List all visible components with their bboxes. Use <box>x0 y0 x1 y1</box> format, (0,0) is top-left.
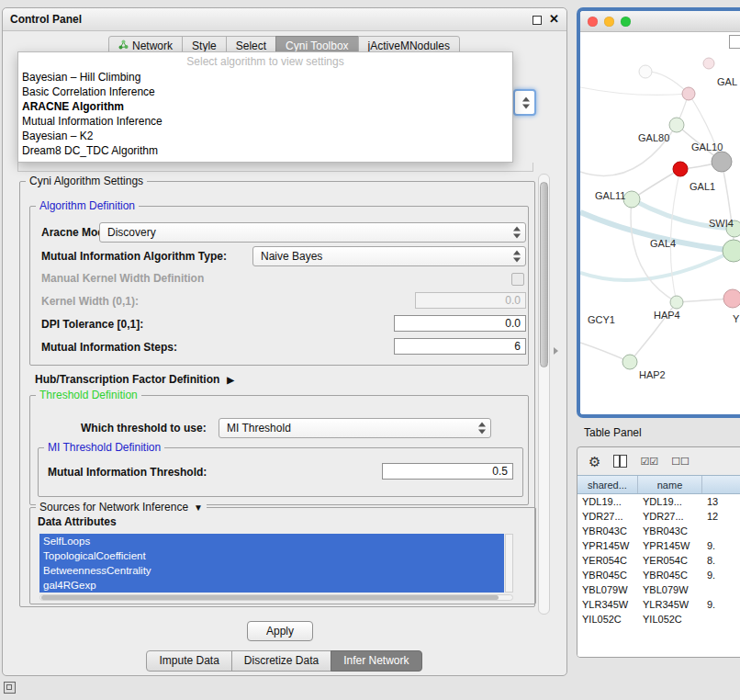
dropdown-item-dream8-dc-tdc-algorithm[interactable]: Dream8 DC_TDC Algorithm <box>18 143 512 158</box>
attribute-list-item[interactable]: BetweennessCentrality <box>39 563 504 578</box>
table-cell: YBR045C <box>638 568 702 582</box>
network-node[interactable] <box>723 240 740 262</box>
table-row[interactable]: YDR27...YDR27...12 <box>577 509 740 524</box>
network-node[interactable] <box>623 191 640 208</box>
deselect-all-checkboxes-icon[interactable]: ☐☐ <box>671 456 690 468</box>
mi-type-select[interactable]: Naive Bayes <box>252 246 526 266</box>
birdseye-toggle[interactable] <box>729 35 740 49</box>
dropdown-item-bayesian-k2[interactable]: Bayesian – K2 <box>18 129 512 143</box>
mi-steps-row: Mutual Information Steps: <box>30 338 528 356</box>
table-row[interactable]: YPR145WYPR145W9. <box>577 538 740 553</box>
minimized-panel-icon[interactable] <box>4 682 16 694</box>
network-edge[interactable] <box>580 251 734 280</box>
dropdown-item-bayesian-hill-climbing[interactable]: Bayesian – Hill Climbing <box>18 70 512 85</box>
manual-kernel-row: Manual Kernel Width Definition <box>30 271 528 286</box>
combo-stepper-icon <box>513 227 521 239</box>
minimize-traffic-light[interactable] <box>604 17 614 27</box>
table-cell: YBR043C <box>577 524 638 538</box>
gear-icon[interactable]: ⚙ <box>589 455 600 469</box>
network-node[interactable] <box>622 355 637 369</box>
attribute-list-hscrollbar[interactable] <box>39 594 513 601</box>
dpi-tolerance-field[interactable] <box>394 315 526 332</box>
close-icon[interactable]: ✕ <box>549 12 559 26</box>
dropdown-item-aracne-algorithm[interactable]: ARACNE Algorithm <box>18 99 512 114</box>
settings-group-title: Cyni Algorithm Settings <box>26 175 147 187</box>
table-row[interactable]: YBR043CYBR043C <box>577 524 740 538</box>
table-row[interactable]: YDL19...YDL19...13 <box>577 494 740 509</box>
node-label: GCY1 <box>588 314 615 325</box>
table-header-cell[interactable]: shared... <box>577 476 638 493</box>
bottom-tab-discretize-data[interactable]: Discretize Data <box>231 650 331 672</box>
mi-threshold-field[interactable] <box>382 463 513 480</box>
attribute-list-item[interactable]: gal4RGexp <box>39 578 504 593</box>
close-traffic-light[interactable] <box>588 17 598 27</box>
network-node[interactable] <box>723 289 740 308</box>
table-cell: 13 <box>702 494 740 509</box>
aracne-mode-row: Aracne Mode: Discovery <box>30 222 528 243</box>
mi-type-value: Naive Bayes <box>261 250 322 263</box>
manual-kernel-checkbox[interactable] <box>511 273 524 286</box>
table-row[interactable]: YER054CYER054C8. <box>577 553 740 568</box>
table-header-cell[interactable] <box>702 476 740 493</box>
hub-definition-toggle[interactable]: Hub/Transcription Factor Definition ▶ <box>35 373 234 386</box>
attribute-list-item[interactable]: TopologicalCoefficient <box>39 548 504 563</box>
dpi-tolerance-row: DPI Tolerance [0,1]: <box>30 315 528 333</box>
aracne-mode-select[interactable]: Discovery <box>99 222 526 243</box>
kernel-width-field[interactable] <box>415 292 526 309</box>
sources-title[interactable]: Sources for Network Inference ▼ <box>36 501 207 514</box>
table-header-cell[interactable]: name <box>638 476 702 493</box>
network-node[interactable] <box>673 162 688 176</box>
zoom-traffic-light[interactable] <box>621 17 631 27</box>
table-row[interactable]: YBR045CYBR045C9. <box>577 568 740 582</box>
apply-button[interactable]: Apply <box>247 621 313 641</box>
network-window-titlebar <box>580 11 740 32</box>
algorithm-combo-button[interactable] <box>513 89 536 116</box>
network-node[interactable] <box>670 296 683 309</box>
network-node[interactable] <box>682 87 695 100</box>
network-node[interactable] <box>703 58 714 69</box>
columns-icon[interactable] <box>613 455 627 468</box>
network-edge[interactable] <box>645 72 689 94</box>
network-canvas-area[interactable]: GALGAL80GAL10GAL1GAL11SWI4GAL4GCY1HAP4YH… <box>580 32 740 415</box>
settings-vscrollbar[interactable] <box>538 174 550 615</box>
table-header: shared...name <box>577 475 740 494</box>
dropdown-items: Bayesian – Hill ClimbingBasic Correlatio… <box>18 70 512 158</box>
table-cell: 8. <box>702 553 740 568</box>
mi-steps-field[interactable] <box>394 338 526 355</box>
tab-label: Network <box>132 40 173 52</box>
table-cell: YBR045C <box>577 568 638 582</box>
combo-stepper-icon <box>478 423 486 435</box>
bottom-tab-impute-data[interactable]: Impute Data <box>146 650 231 672</box>
manual-kernel-label: Manual Kernel Width Definition <box>41 272 204 285</box>
network-edge[interactable] <box>670 169 680 302</box>
node-label: GAL11 <box>595 190 625 201</box>
network-edge[interactable] <box>580 87 689 95</box>
table-row[interactable]: YIL052CYIL052C <box>577 612 740 627</box>
dropdown-item-mutual-information-inference[interactable]: Mutual Information Inference <box>18 114 512 129</box>
attribute-list-item[interactable]: SelfLoops <box>39 534 504 548</box>
kernel-width-label: Kernel Width (0,1): <box>41 295 139 308</box>
which-threshold-select[interactable]: MI Threshold <box>219 418 491 438</box>
panel-splitter-arrow[interactable] <box>554 347 558 355</box>
table-cell: 9. <box>702 538 740 553</box>
bottom-tab-infer-network[interactable]: Infer Network <box>331 650 421 672</box>
network-node[interactable] <box>639 65 652 78</box>
expand-right-icon: ▶ <box>227 375 234 385</box>
table-cell <box>702 524 740 538</box>
network-view-window: GALGAL80GAL10GAL1GAL11SWI4GAL4GCY1HAP4YH… <box>577 7 740 418</box>
network-canvas[interactable]: GALGAL80GAL10GAL1GAL11SWI4GAL4GCY1HAP4YH… <box>580 32 740 415</box>
table-row[interactable]: YLR345WYLR345W9. <box>577 597 740 612</box>
network-edge[interactable] <box>580 343 630 362</box>
hscroll-thumb[interactable] <box>41 595 499 600</box>
select-all-checkboxes-icon[interactable]: ☑☑ <box>640 456 658 468</box>
network-node[interactable] <box>712 152 732 172</box>
table-row[interactable]: YBL079WYBL079W <box>577 582 740 597</box>
vscroll-thumb[interactable] <box>540 182 548 367</box>
network-node[interactable] <box>669 118 684 132</box>
attribute-list-vscrollbar[interactable] <box>505 534 513 593</box>
which-threshold-value: MI Threshold <box>227 422 291 435</box>
table-cell: YDL19... <box>577 494 638 509</box>
float-window-icon[interactable] <box>533 16 542 25</box>
table-cell: YDR27... <box>638 509 702 524</box>
dropdown-item-basic-correlation-inference[interactable]: Basic Correlation Inference <box>18 85 512 99</box>
